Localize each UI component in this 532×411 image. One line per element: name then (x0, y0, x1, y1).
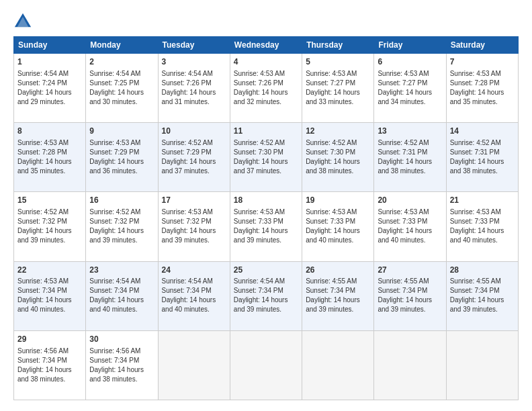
col-header-friday: Friday (374, 37, 446, 54)
calendar-table: SundayMondayTuesdayWednesdayThursdayFrid… (13, 36, 519, 400)
day-number: 25 (234, 265, 298, 276)
col-header-monday: Monday (86, 37, 158, 54)
day-number: 18 (234, 195, 298, 206)
col-header-tuesday: Tuesday (158, 37, 230, 54)
day-cell-21: 21Sunrise: 4:53 AMSunset: 7:33 PMDayligh… (446, 192, 518, 261)
header (13, 11, 519, 30)
empty-cell (374, 330, 446, 400)
day-number: 1 (17, 56, 82, 68)
day-number: 29 (17, 334, 82, 345)
col-header-thursday: Thursday (302, 37, 374, 54)
day-cell-9: 9Sunrise: 4:53 AMSunset: 7:29 PMDaylight… (86, 123, 158, 192)
day-cell-1: 1Sunrise: 4:54 AMSunset: 7:24 PMDaylight… (14, 54, 86, 123)
day-cell-3: 3Sunrise: 4:54 AMSunset: 7:26 PMDaylight… (158, 54, 230, 123)
day-number: 10 (162, 126, 226, 137)
day-cell-10: 10Sunrise: 4:52 AMSunset: 7:29 PMDayligh… (158, 123, 230, 192)
day-number: 8 (17, 126, 82, 137)
day-cell-2: 2Sunrise: 4:54 AMSunset: 7:25 PMDaylight… (86, 54, 158, 123)
day-number: 27 (378, 265, 442, 276)
day-cell-16: 16Sunrise: 4:52 AMSunset: 7:32 PMDayligh… (86, 192, 158, 261)
day-number: 11 (234, 126, 298, 137)
day-number: 12 (306, 126, 370, 137)
col-header-saturday: Saturday (446, 37, 518, 54)
day-cell-4: 4Sunrise: 4:53 AMSunset: 7:26 PMDaylight… (230, 54, 302, 123)
week-row-5: 29Sunrise: 4:56 AMSunset: 7:34 PMDayligh… (14, 330, 519, 400)
day-number: 17 (162, 195, 226, 206)
day-number: 13 (378, 126, 442, 137)
day-cell-12: 12Sunrise: 4:52 AMSunset: 7:30 PMDayligh… (302, 123, 374, 192)
day-number: 9 (89, 126, 154, 137)
day-cell-22: 22Sunrise: 4:53 AMSunset: 7:34 PMDayligh… (14, 261, 86, 330)
day-cell-26: 26Sunrise: 4:55 AMSunset: 7:34 PMDayligh… (302, 261, 374, 330)
day-number: 20 (378, 195, 442, 206)
day-number: 16 (89, 195, 154, 206)
day-number: 5 (306, 56, 370, 68)
day-number: 26 (306, 265, 370, 276)
logo (13, 11, 35, 30)
day-cell-11: 11Sunrise: 4:52 AMSunset: 7:30 PMDayligh… (230, 123, 302, 192)
empty-cell (230, 330, 302, 400)
col-header-wednesday: Wednesday (230, 37, 302, 54)
header-row: SundayMondayTuesdayWednesdayThursdayFrid… (14, 37, 519, 54)
empty-cell (302, 330, 374, 400)
col-header-sunday: Sunday (14, 37, 86, 54)
day-number: 2 (89, 56, 154, 68)
day-cell-20: 20Sunrise: 4:53 AMSunset: 7:33 PMDayligh… (374, 192, 446, 261)
day-cell-30: 30Sunrise: 4:56 AMSunset: 7:34 PMDayligh… (86, 330, 158, 400)
day-cell-23: 23Sunrise: 4:54 AMSunset: 7:34 PMDayligh… (86, 261, 158, 330)
day-cell-6: 6Sunrise: 4:53 AMSunset: 7:27 PMDaylight… (374, 54, 446, 123)
day-number: 6 (378, 56, 442, 68)
day-number: 4 (234, 56, 298, 68)
day-number: 19 (306, 195, 370, 206)
day-number: 22 (17, 265, 82, 276)
empty-cell (446, 330, 518, 400)
day-cell-15: 15Sunrise: 4:52 AMSunset: 7:32 PMDayligh… (14, 192, 86, 261)
day-cell-27: 27Sunrise: 4:55 AMSunset: 7:34 PMDayligh… (374, 261, 446, 330)
day-cell-28: 28Sunrise: 4:55 AMSunset: 7:34 PMDayligh… (446, 261, 518, 330)
day-cell-8: 8Sunrise: 4:53 AMSunset: 7:28 PMDaylight… (14, 123, 86, 192)
week-row-1: 1Sunrise: 4:54 AMSunset: 7:24 PMDaylight… (14, 54, 519, 123)
day-cell-18: 18Sunrise: 4:53 AMSunset: 7:33 PMDayligh… (230, 192, 302, 261)
day-number: 30 (89, 334, 154, 345)
day-number: 7 (450, 56, 515, 68)
week-row-3: 15Sunrise: 4:52 AMSunset: 7:32 PMDayligh… (14, 192, 519, 261)
day-number: 24 (162, 265, 226, 276)
empty-cell (158, 330, 230, 400)
page: SundayMondayTuesdayWednesdayThursdayFrid… (0, 0, 532, 411)
day-cell-25: 25Sunrise: 4:54 AMSunset: 7:34 PMDayligh… (230, 261, 302, 330)
day-number: 15 (17, 195, 82, 206)
day-cell-7: 7Sunrise: 4:53 AMSunset: 7:28 PMDaylight… (446, 54, 518, 123)
day-cell-5: 5Sunrise: 4:53 AMSunset: 7:27 PMDaylight… (302, 54, 374, 123)
day-cell-19: 19Sunrise: 4:53 AMSunset: 7:33 PMDayligh… (302, 192, 374, 261)
day-cell-14: 14Sunrise: 4:52 AMSunset: 7:31 PMDayligh… (446, 123, 518, 192)
day-cell-24: 24Sunrise: 4:54 AMSunset: 7:34 PMDayligh… (158, 261, 230, 330)
week-row-2: 8Sunrise: 4:53 AMSunset: 7:28 PMDaylight… (14, 123, 519, 192)
day-number: 23 (89, 265, 154, 276)
logo-icon (13, 11, 32, 30)
day-number: 28 (450, 265, 515, 276)
day-number: 3 (162, 56, 226, 68)
day-cell-17: 17Sunrise: 4:53 AMSunset: 7:32 PMDayligh… (158, 192, 230, 261)
day-cell-29: 29Sunrise: 4:56 AMSunset: 7:34 PMDayligh… (14, 330, 86, 400)
day-cell-13: 13Sunrise: 4:52 AMSunset: 7:31 PMDayligh… (374, 123, 446, 192)
day-number: 21 (450, 195, 515, 206)
week-row-4: 22Sunrise: 4:53 AMSunset: 7:34 PMDayligh… (14, 261, 519, 330)
day-number: 14 (450, 126, 515, 137)
